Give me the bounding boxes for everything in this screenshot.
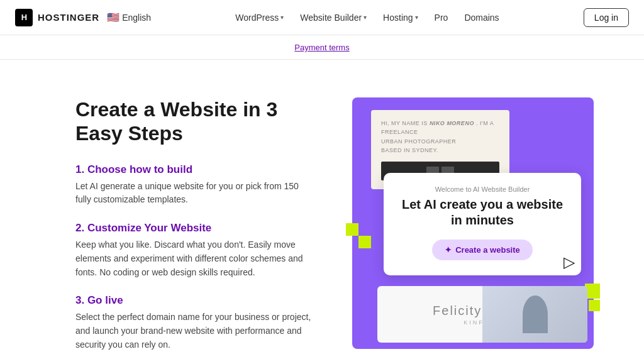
login-button[interactable]: Log in — [584, 8, 629, 27]
hero-title: Create a Website in 3 Easy Steps — [75, 97, 314, 146]
ai-builder-card: Welcome to AI Website Builder Let AI cre… — [384, 173, 581, 275]
logo-icon: H — [15, 9, 33, 26]
accent-square-6 — [358, 236, 371, 248]
nav-domains[interactable]: Domains — [458, 9, 505, 26]
nav-center: WordPress ▾ Website Builder ▾ Hosting ▾ … — [229, 9, 505, 26]
step-2-body: Keep what you like. Discard what you don… — [75, 238, 314, 279]
bottom-card-image — [482, 286, 587, 343]
create-website-button[interactable]: ✦ Create a website — [432, 240, 533, 260]
step-3-body: Select the perfect domain name for your … — [75, 311, 314, 351]
ai-card-headline: Let AI create you a website in minutes — [399, 197, 566, 228]
payment-terms-link[interactable]: Payment terms — [294, 43, 349, 52]
payment-banner: Payment terms — [0, 35, 644, 60]
hero-section: Create a Website in 3 Easy Steps 1. Choo… — [0, 60, 644, 364]
nav-pro[interactable]: Pro — [428, 9, 455, 26]
chevron-down-icon: ▾ — [415, 14, 418, 21]
step-1: 1. Choose how to build Let AI generate a… — [75, 163, 314, 207]
bottom-portfolio-card: Felicity Wynne KINFOLK — [377, 286, 587, 343]
accent-square-4 — [589, 300, 600, 311]
step-1-heading: 1. Choose how to build — [75, 163, 314, 176]
nav-website-builder[interactable]: Website Builder ▾ — [294, 9, 373, 26]
accent-square-5 — [346, 223, 358, 236]
navbar: H HOSTINGER 🇺🇸 English WordPress ▾ Websi… — [0, 0, 644, 35]
logo[interactable]: H HOSTINGER — [15, 9, 99, 26]
hero-illustration: HI, MY NAME IS Niko Moreno . I'M A FREEL… — [352, 97, 594, 349]
hero-left: Create a Website in 3 Easy Steps 1. Choo… — [75, 97, 314, 364]
nav-right: Log in — [584, 8, 629, 27]
nav-wordpress[interactable]: WordPress ▾ — [229, 9, 290, 26]
nav-left: H HOSTINGER 🇺🇸 English — [15, 9, 151, 26]
illustration-background: HI, MY NAME IS Niko Moreno . I'M A FREEL… — [352, 97, 594, 349]
sparkle-icon: ✦ — [445, 245, 452, 255]
lang-label: English — [122, 13, 151, 23]
chevron-down-icon: ▾ — [280, 14, 284, 21]
cursor-icon: ▷ — [564, 253, 575, 271]
portrait-figure — [523, 295, 548, 333]
nav-hosting[interactable]: Hosting ▾ — [377, 9, 424, 26]
language-selector[interactable]: 🇺🇸 English — [107, 11, 151, 23]
flag-icon: 🇺🇸 — [107, 11, 119, 23]
portfolio-greeting: HI, MY NAME IS Niko Moreno . I'M A FREEL… — [381, 119, 499, 155]
chevron-down-icon: ▾ — [364, 14, 367, 21]
step-1-body: Let AI generate a unique website for you… — [75, 180, 314, 207]
step-2-heading: 2. Customize Your Website — [75, 222, 314, 234]
ai-card-label: Welcome to AI Website Builder — [399, 185, 566, 193]
logo-text: HOSTINGER — [38, 12, 99, 23]
step-2: 2. Customize Your Website Keep what you … — [75, 222, 314, 279]
step-3-heading: 3. Go live — [75, 294, 314, 307]
step-3: 3. Go live Select the perfect domain nam… — [75, 294, 314, 351]
